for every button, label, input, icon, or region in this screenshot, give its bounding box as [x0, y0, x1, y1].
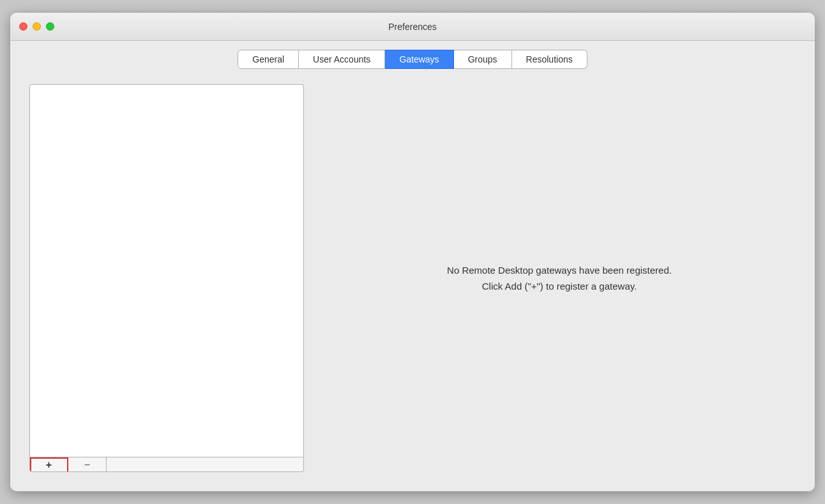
tab-bar: General User Accounts Gateways Groups Re… [10, 41, 815, 69]
empty-state-message: No Remote Desktop gateways have been reg… [447, 262, 672, 295]
empty-line-2: Click Add ("+") to register a gateway. [447, 278, 672, 295]
left-panel: + − [29, 84, 304, 472]
content-area: + − No Remote Desktop gateways have been… [10, 69, 815, 491]
minimize-button[interactable] [33, 22, 41, 31]
traffic-lights [19, 22, 54, 31]
toolbar-spacer [107, 457, 303, 471]
preferences-window: Preferences General User Accounts Gatewa… [10, 13, 815, 491]
tab-groups[interactable]: Groups [454, 50, 512, 69]
tab-gateways[interactable]: Gateways [385, 50, 453, 69]
titlebar: Preferences [10, 13, 815, 41]
zoom-button[interactable] [46, 22, 54, 31]
close-button[interactable] [19, 22, 27, 31]
right-panel: No Remote Desktop gateways have been reg… [323, 84, 796, 472]
gateway-list [29, 84, 304, 457]
add-gateway-button[interactable]: + [30, 457, 68, 472]
tab-user-accounts[interactable]: User Accounts [299, 50, 385, 69]
tab-resolutions[interactable]: Resolutions [512, 50, 587, 69]
remove-gateway-button[interactable]: − [68, 457, 107, 472]
tab-general[interactable]: General [238, 50, 299, 69]
window-title: Preferences [388, 22, 436, 32]
empty-line-1: No Remote Desktop gateways have been reg… [447, 262, 672, 279]
list-toolbar: + − [29, 457, 304, 472]
